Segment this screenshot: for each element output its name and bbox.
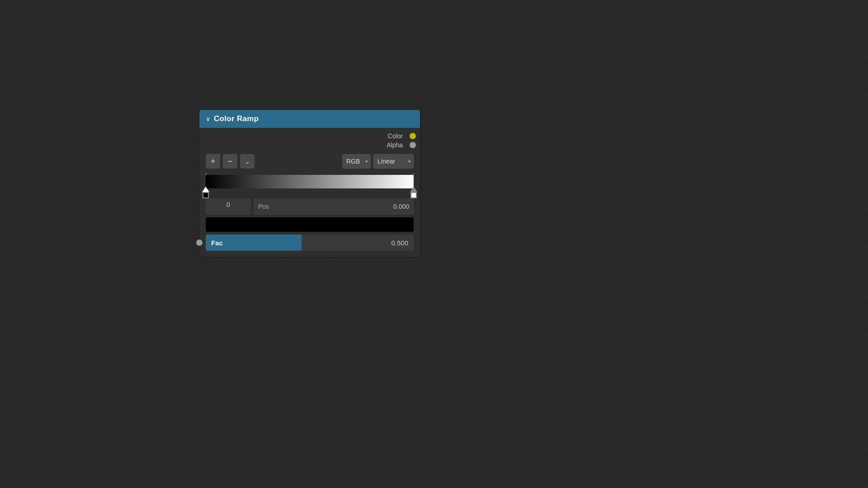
fac-label: Fac [211, 239, 223, 247]
stop-pos-field[interactable]: Pos 0.000 [254, 198, 414, 215]
stop-index-wrapper: 0 [206, 198, 251, 215]
color-socket-row: Color [388, 132, 413, 140]
pos-value: 0.000 [393, 203, 409, 210]
interpolation-select-wrapper: Linear Ease Constant B-Spline Cardinal [373, 154, 414, 169]
stop-index-field[interactable]: 0 [206, 198, 251, 215]
color-socket-dot[interactable] [410, 133, 416, 139]
fac-fill: Fac [206, 235, 302, 251]
rgb-select-wrapper: RGB HSV HSL [342, 154, 371, 169]
color-socket-label: Color [388, 132, 403, 140]
stop-left-triangle [202, 187, 209, 192]
rgb-select[interactable]: RGB HSV HSL [342, 154, 371, 169]
stops-dropdown-button[interactable]: ⌄ [240, 154, 255, 169]
color-ramp-gradient[interactable] [206, 175, 414, 188]
panel-title: Color Ramp [214, 114, 259, 123]
stop-right-swatch [410, 192, 417, 198]
color-preview-bar[interactable] [206, 217, 414, 232]
remove-stop-button[interactable]: − [223, 154, 237, 169]
fac-row: Fac 0.500 [206, 235, 414, 251]
panel-header: ∨ Color Ramp [199, 110, 420, 128]
collapse-icon[interactable]: ∨ [206, 115, 210, 122]
output-sockets: Color Alpha [206, 132, 414, 149]
interpolation-select[interactable]: Linear Ease Constant B-Spline Cardinal [373, 154, 414, 169]
stop-fields-row: 0 Pos 0.000 [206, 198, 414, 215]
color-ramp-panel: ∨ Color Ramp Color Alpha + − ⌄ RG [199, 109, 420, 258]
pos-label: Pos [258, 203, 269, 210]
alpha-socket-label: Alpha [387, 141, 403, 149]
fac-value: 0.500 [391, 239, 408, 247]
stop-left-swatch [203, 192, 209, 198]
fac-socket-dot[interactable] [196, 239, 203, 246]
fac-field[interactable]: Fac 0.500 [206, 235, 414, 251]
stop-markers [206, 188, 414, 198]
add-stop-button[interactable]: + [206, 154, 220, 169]
stop-right[interactable] [410, 187, 417, 198]
ramp-area [206, 173, 414, 198]
controls-row: + − ⌄ RGB HSV HSL Linear Ease Constant B… [206, 154, 414, 169]
stop-left[interactable] [202, 187, 209, 198]
panel-body: Color Alpha + − ⌄ RGB HSV HSL [199, 128, 420, 257]
alpha-socket-row: Alpha [387, 141, 413, 149]
stops-dropdown-icon: ⌄ [245, 158, 250, 165]
stop-right-triangle [410, 187, 417, 192]
alpha-socket-dot[interactable] [410, 142, 416, 148]
